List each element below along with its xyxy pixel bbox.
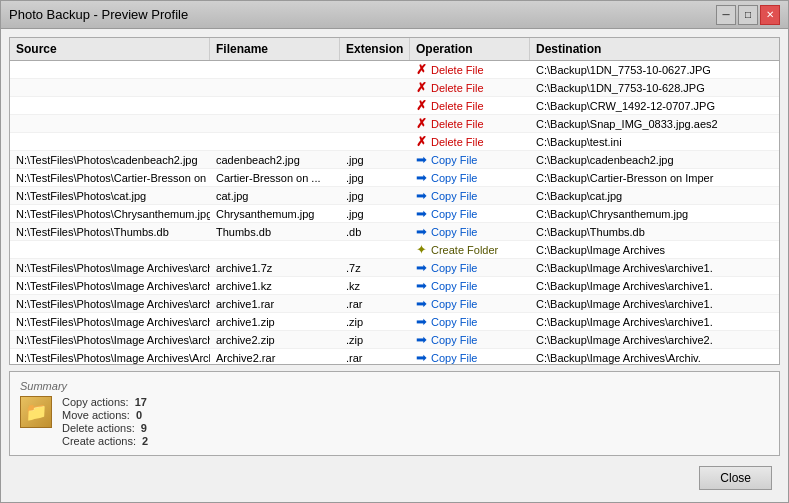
summary-icon: 📁 bbox=[20, 396, 52, 428]
cell-filename: cadenbeach2.jpg bbox=[210, 151, 340, 168]
table-row[interactable]: ✗Delete FileC:\Backup\1DN_7753-10-0627.J… bbox=[10, 61, 779, 79]
cell-extension bbox=[340, 97, 410, 114]
delete-icon: ✗ bbox=[416, 63, 427, 76]
delete-icon: ✗ bbox=[416, 81, 427, 94]
table-row[interactable]: ✗Delete FileC:\Backup\CRW_1492-12-0707.J… bbox=[10, 97, 779, 115]
stat-label: Move actions: bbox=[62, 409, 130, 421]
cell-source: N:\TestFiles\Photos\Image Archives\archi… bbox=[10, 277, 210, 294]
maximize-button[interactable]: □ bbox=[738, 5, 758, 25]
table-row[interactable]: N:\TestFiles\Photos\Thumbs.dbThumbs.db.d… bbox=[10, 223, 779, 241]
cell-source: N:\TestFiles\Photos\Image Archives\archi… bbox=[10, 331, 210, 348]
minimize-button[interactable]: ─ bbox=[716, 5, 736, 25]
cell-extension: .jpg bbox=[340, 187, 410, 204]
table-row[interactable]: ✦Create FolderC:\Backup\Image Archives bbox=[10, 241, 779, 259]
summary-stats: Copy actions:17Move actions:0Delete acti… bbox=[62, 396, 148, 447]
cell-filename: archive2.zip bbox=[210, 331, 340, 348]
cell-extension: .jpg bbox=[340, 205, 410, 222]
cell-operation: ➡Copy File bbox=[410, 223, 530, 240]
cell-extension: .7z bbox=[340, 259, 410, 276]
table-row[interactable]: N:\TestFiles\Photos\cat.jpgcat.jpg.jpg➡C… bbox=[10, 187, 779, 205]
cell-source bbox=[10, 115, 210, 132]
table-row[interactable]: N:\TestFiles\Photos\Cartier-Bresson on I… bbox=[10, 169, 779, 187]
copy-icon: ➡ bbox=[416, 351, 427, 364]
cell-filename: archive1.7z bbox=[210, 259, 340, 276]
table-row[interactable]: N:\TestFiles\Photos\Image Archives\archi… bbox=[10, 295, 779, 313]
cell-operation: ✗Delete File bbox=[410, 97, 530, 114]
cell-source: N:\TestFiles\Photos\Image Archives\archi… bbox=[10, 259, 210, 276]
operation-label: Copy File bbox=[431, 190, 477, 202]
operation-label: Delete File bbox=[431, 118, 484, 130]
stat-value: 9 bbox=[141, 422, 147, 434]
table-row[interactable]: N:\TestFiles\Photos\Chrysanthemum.jpgChr… bbox=[10, 205, 779, 223]
cell-filename bbox=[210, 61, 340, 78]
cell-source bbox=[10, 133, 210, 150]
cell-operation: ➡Copy File bbox=[410, 349, 530, 364]
operation-label: Copy File bbox=[431, 262, 477, 274]
summary-title: Summary bbox=[20, 380, 769, 392]
summary-stat-row: Copy actions:17 bbox=[62, 396, 148, 408]
cell-operation: ➡Copy File bbox=[410, 313, 530, 330]
operation-label: Delete File bbox=[431, 82, 484, 94]
cell-source bbox=[10, 79, 210, 96]
operation-label: Copy File bbox=[431, 226, 477, 238]
copy-icon: ➡ bbox=[416, 261, 427, 274]
preview-table-container: Source Filename Extension Operation Dest… bbox=[9, 37, 780, 365]
cell-destination: C:\Backup\Image Archives\archive1. bbox=[530, 295, 779, 312]
cell-source: N:\TestFiles\Photos\Cartier-Bresson on I… bbox=[10, 169, 210, 186]
cell-filename bbox=[210, 97, 340, 114]
table-row[interactable]: N:\TestFiles\Photos\cadenbeach2.jpgcaden… bbox=[10, 151, 779, 169]
cell-destination: C:\Backup\CRW_1492-12-0707.JPG bbox=[530, 97, 779, 114]
table-header: Source Filename Extension Operation Dest… bbox=[10, 38, 779, 61]
cell-destination: C:\Backup\1DN_7753-10-628.JPG bbox=[530, 79, 779, 96]
close-button[interactable]: Close bbox=[699, 466, 772, 490]
copy-icon: ➡ bbox=[416, 315, 427, 328]
cell-source: N:\TestFiles\Photos\cadenbeach2.jpg bbox=[10, 151, 210, 168]
cell-operation: ➡Copy File bbox=[410, 331, 530, 348]
copy-icon: ➡ bbox=[416, 171, 427, 184]
table-row[interactable]: N:\TestFiles\Photos\Image Archives\archi… bbox=[10, 277, 779, 295]
summary-stat-row: Delete actions:9 bbox=[62, 422, 148, 434]
operation-label: Copy File bbox=[431, 352, 477, 364]
cell-destination: C:\Backup\1DN_7753-10-0627.JPG bbox=[530, 61, 779, 78]
stat-value: 2 bbox=[142, 435, 148, 447]
table-row[interactable]: N:\TestFiles\Photos\Image Archives\Archi… bbox=[10, 349, 779, 364]
cell-destination: C:\Backup\Cartier-Bresson on Imper bbox=[530, 169, 779, 186]
table-row[interactable]: ✗Delete FileC:\Backup\Snap_IMG_0833.jpg.… bbox=[10, 115, 779, 133]
table-row[interactable]: N:\TestFiles\Photos\Image Archives\archi… bbox=[10, 331, 779, 349]
cell-filename bbox=[210, 79, 340, 96]
cell-source: N:\TestFiles\Photos\Thumbs.db bbox=[10, 223, 210, 240]
table-row[interactable]: N:\TestFiles\Photos\Image Archives\archi… bbox=[10, 259, 779, 277]
cell-destination: C:\Backup\Snap_IMG_0833.jpg.aes2 bbox=[530, 115, 779, 132]
table-row[interactable]: ✗Delete FileC:\Backup\test.ini bbox=[10, 133, 779, 151]
summary-content: 📁 Copy actions:17Move actions:0Delete ac… bbox=[20, 396, 769, 447]
table-row[interactable]: N:\TestFiles\Photos\Image Archives\archi… bbox=[10, 313, 779, 331]
summary-stat-row: Create actions:2 bbox=[62, 435, 148, 447]
cell-operation: ✗Delete File bbox=[410, 133, 530, 150]
cell-destination: C:\Backup\Image Archives\archive1. bbox=[530, 277, 779, 294]
cell-destination: C:\Backup\Image Archives\Archiv. bbox=[530, 349, 779, 364]
window-controls: ─ □ ✕ bbox=[716, 5, 780, 25]
cell-operation: ➡Copy File bbox=[410, 151, 530, 168]
cell-operation: ✗Delete File bbox=[410, 61, 530, 78]
table-body[interactable]: ✗Delete FileC:\Backup\1DN_7753-10-0627.J… bbox=[10, 61, 779, 364]
cell-filename: Chrysanthemum.jpg bbox=[210, 205, 340, 222]
summary-stat-row: Move actions:0 bbox=[62, 409, 148, 421]
copy-icon: ➡ bbox=[416, 297, 427, 310]
cell-operation: ✗Delete File bbox=[410, 115, 530, 132]
operation-label: Delete File bbox=[431, 64, 484, 76]
cell-extension: .rar bbox=[340, 349, 410, 364]
operation-label: Copy File bbox=[431, 172, 477, 184]
close-window-button[interactable]: ✕ bbox=[760, 5, 780, 25]
cell-source: N:\TestFiles\Photos\Image Archives\archi… bbox=[10, 313, 210, 330]
table-row[interactable]: ✗Delete FileC:\Backup\1DN_7753-10-628.JP… bbox=[10, 79, 779, 97]
col-extension: Extension bbox=[340, 38, 410, 60]
cell-filename: archive1.kz bbox=[210, 277, 340, 294]
copy-icon: ➡ bbox=[416, 279, 427, 292]
cell-filename bbox=[210, 115, 340, 132]
cell-filename: archive1.zip bbox=[210, 313, 340, 330]
cell-destination: C:\Backup\cadenbeach2.jpg bbox=[530, 151, 779, 168]
cell-operation: ➡Copy File bbox=[410, 277, 530, 294]
cell-filename: cat.jpg bbox=[210, 187, 340, 204]
cell-source bbox=[10, 241, 210, 258]
cell-extension bbox=[340, 115, 410, 132]
